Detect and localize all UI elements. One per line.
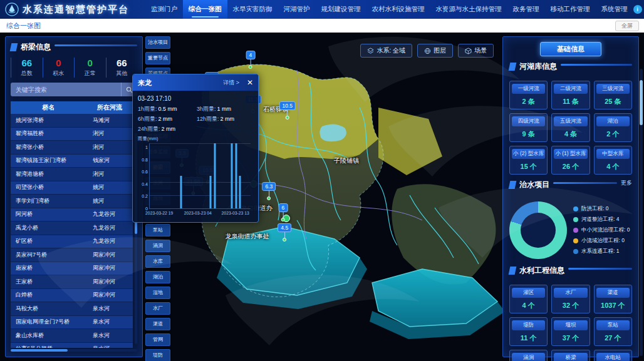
card-value: 15 个 <box>512 159 545 171</box>
y-tick: 0.2 <box>142 194 148 198</box>
breadcrumb[interactable]: 综合一张图 <box>0 21 41 31</box>
table-row[interactable]: 马鞍大桥 泉水河 <box>11 302 133 316</box>
stat-card[interactable]: 小 (1) 型水库 26 个 <box>551 146 589 175</box>
close-icon[interactable]: ✕ <box>247 78 253 87</box>
bridge-name-cell: 象山水库桥 <box>11 329 86 342</box>
marker-value-badge: 4 <box>246 51 256 59</box>
table-horizontal-scrollbar[interactable] <box>11 349 137 352</box>
water-system-scope-button[interactable]: 水系: 全域 <box>360 44 412 58</box>
page-scrollbar[interactable] <box>640 69 643 356</box>
stat-card[interactable]: 五级河流 4 条 <box>551 113 589 142</box>
nav-menu-item[interactable]: 水旱灾害防御 <box>227 0 278 19</box>
river-name-cell: 浰河 <box>86 128 133 141</box>
stat-card[interactable]: 泵站 27 个 <box>594 317 632 346</box>
table-row[interactable]: 翟湾张小桥 浰河 <box>11 141 133 155</box>
layer-toggle-button[interactable]: 水厂 <box>145 302 170 315</box>
stat-card[interactable]: 二级河流 11 条 <box>551 81 589 109</box>
stat-card[interactable]: 桥梁 66 个 <box>551 350 589 361</box>
table-row[interactable]: 姚河张湾桥 马滩河 <box>11 114 133 128</box>
table-row[interactable]: 翟湾港塘桥 浰河 <box>11 168 133 181</box>
layer-toggle-button[interactable]: 重要节点 <box>145 52 170 64</box>
nav-menu-item[interactable]: 农村水利设施管理 <box>366 0 430 19</box>
legend-text: 河道整治工程: 4 <box>581 216 619 223</box>
table-row[interactable]: 司望张小桥 姚河 <box>11 181 133 195</box>
scene-button[interactable]: 场景 <box>458 44 494 58</box>
nav-menu-item[interactable]: 监测门户 <box>145 0 183 19</box>
user-menu[interactable]: i hhzb42080261 ▼ <box>633 5 644 14</box>
card-label: 小 (2) 型水库 <box>512 149 545 159</box>
stat-card[interactable]: 涵洞 47 个 <box>509 350 548 361</box>
card-label: 二级河流 <box>554 84 587 94</box>
bridge-name-cell: 禹龙小桥 <box>11 221 86 235</box>
detail-link[interactable]: 详情 > <box>223 79 239 87</box>
water-level-marker[interactable]: 10.5 <box>279 101 296 119</box>
stat-card[interactable]: 渠道 1037 个 <box>594 285 632 313</box>
water-level-marker[interactable]: 6.3 <box>262 182 276 200</box>
water-level-marker[interactable]: 4.5 <box>278 223 291 242</box>
layer-toggle-button[interactable]: 泵站 <box>145 224 170 236</box>
nav-menu-item[interactable]: 河湖管护 <box>278 0 316 19</box>
legend-dot <box>573 217 578 222</box>
bridge-name-cell: 唐家桥 <box>11 262 86 275</box>
stat-card[interactable]: 中型水库 4 个 <box>594 146 632 175</box>
more-link[interactable]: 更多 <box>621 179 632 187</box>
stat-card[interactable]: 灌区 4 个 <box>509 285 548 313</box>
water-level-marker[interactable]: 4 <box>246 51 256 69</box>
stat-card[interactable]: 四级河流 9 条 <box>509 113 548 142</box>
card-label: 泵站 <box>596 320 630 330</box>
nav-menu-item[interactable]: 系统管理 <box>596 0 633 19</box>
stat-card[interactable]: 湖泊 2 个 <box>594 113 632 142</box>
layers-button[interactable]: 图层 <box>417 44 453 58</box>
card-label: 水电站 <box>596 353 630 361</box>
layer-toggle-button[interactable]: 湖泊 <box>145 271 170 283</box>
table-row[interactable]: 翟湾镇路王家门湾桥 钱家河 <box>11 155 133 168</box>
stat-card[interactable]: 小 (2) 型水库 15 个 <box>509 146 548 175</box>
stat-card[interactable]: 三级河流 25 条 <box>594 81 632 109</box>
table-row[interactable]: 仙亭5号公路桥 泉水河 <box>11 343 133 348</box>
stat-card[interactable]: 一级河流 2 条 <box>509 81 548 109</box>
fullscreen-button[interactable]: 全屏 <box>615 21 639 31</box>
table-row[interactable]: 唐家桥 周家冲河 <box>11 262 133 276</box>
table-row[interactable]: 阿河桥 九龙谷河 <box>11 208 133 222</box>
layer-toggle-button[interactable]: 堤防 <box>145 349 170 361</box>
table-row[interactable]: 王家桥 周家冲河 <box>11 275 133 289</box>
table-row[interactable]: 象山水库桥 泉水河 <box>11 329 133 343</box>
search-input[interactable] <box>11 86 121 93</box>
basic-info-panel: 基础信息 河湖库信息 一级河流 2 条 二级河流 11 条 三级河流 <box>502 36 639 357</box>
stat-card[interactable]: 水厂 32 个 <box>551 285 589 313</box>
column-header-name: 桥名 <box>11 101 86 114</box>
table-row[interactable]: 国家电网理金门7号桥 泉水河 <box>11 316 133 330</box>
table-row[interactable]: 翟湾福胜桥 浰河 <box>11 128 133 141</box>
water-level-marker[interactable]: 6 <box>279 203 288 221</box>
layers-button-label: 图层 <box>434 46 446 55</box>
stat-card[interactable]: 水电站 3 个 <box>594 350 632 361</box>
nav-menu-item[interactable]: 政务管理 <box>507 0 545 19</box>
layer-toggle-button[interactable]: 治水项目 <box>145 36 170 49</box>
table-row[interactable]: 矿区桥 九龙谷河 <box>11 235 133 249</box>
nav-menu-item[interactable]: 水资源与水土保持管理 <box>430 0 507 19</box>
nav-menu-item[interactable]: 规划建设管理 <box>316 0 366 19</box>
layer-toggle-button[interactable]: 渠道 <box>145 318 170 330</box>
rainfall-metric: 3h雨量:1 mm <box>197 105 253 113</box>
layer-toggle-button[interactable]: 湿地 <box>145 287 170 299</box>
marker-value-badge: 6 <box>279 203 288 212</box>
river-name-cell: 马滩河 <box>86 114 133 127</box>
layer-toggle-button[interactable]: 管网 <box>145 333 170 346</box>
stat-card[interactable]: 堰坝 37 个 <box>551 317 589 346</box>
nav-menu-item[interactable]: 综合一张图 <box>183 0 227 19</box>
table-row[interactable]: 白烨桥 周家冲河 <box>11 289 133 303</box>
nav-menu-item[interactable]: 移动工作管理 <box>545 0 596 19</box>
table-row[interactable]: 吴家祠7号桥 周家冲河 <box>11 248 133 262</box>
table-row[interactable]: 禹龙小桥 九龙谷河 <box>11 221 133 235</box>
stat-label: 总数 <box>11 69 43 78</box>
layer-toggle-button[interactable]: 水库 <box>145 255 170 268</box>
card-value: 4 个 <box>512 298 545 310</box>
basic-info-tab[interactable]: 基础信息 <box>540 42 601 56</box>
layer-toggle-button[interactable]: 涵洞 <box>145 240 170 252</box>
stat-card[interactable]: 堤防 11 个 <box>509 317 548 346</box>
rainfall-metrics: 1h雨量:0.5 mm 3h雨量:1 mm 6h雨量:2 mm 12h雨量:2 … <box>138 105 253 133</box>
river-name-cell: 周家冲河 <box>86 289 133 302</box>
table-row[interactable]: 李学刘门湾桥 姚河 <box>11 195 133 208</box>
river-name-cell: 周家冲河 <box>86 248 133 262</box>
card-value: 11 个 <box>512 330 545 343</box>
